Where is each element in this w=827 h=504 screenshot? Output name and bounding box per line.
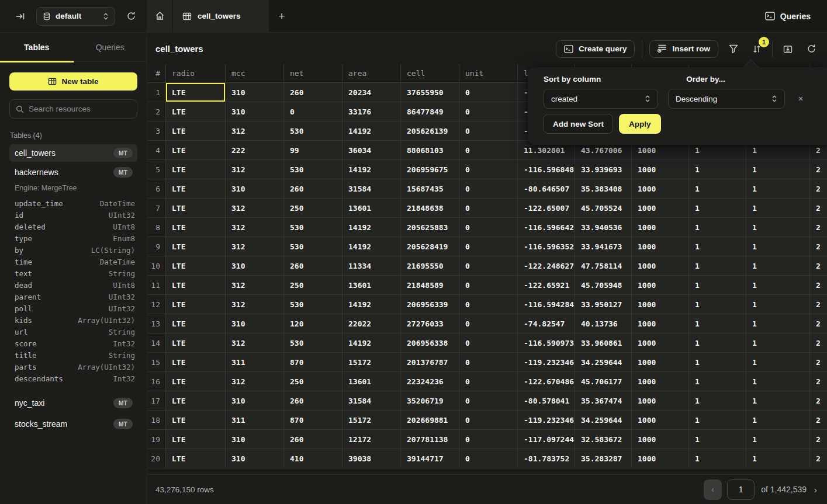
cell[interactable]: LTE	[166, 141, 226, 160]
cell[interactable]: 88068103	[401, 141, 459, 160]
cell[interactable]: -122.670486	[518, 372, 575, 391]
new-tab-button[interactable]: +	[269, 0, 295, 32]
cell[interactable]: LTE	[166, 102, 226, 121]
cell[interactable]: LTE	[166, 179, 226, 199]
cell[interactable]: 310	[226, 391, 284, 411]
cell[interactable]: 15687435	[401, 179, 459, 199]
cell[interactable]: -74.82547	[518, 314, 575, 333]
cell[interactable]: 1	[746, 314, 810, 333]
cell[interactable]: 2	[810, 353, 827, 372]
cell[interactable]: 201376787	[401, 353, 459, 372]
cell[interactable]: 35206719	[401, 391, 459, 411]
cell[interactable]: 33.950127	[575, 295, 632, 314]
cell[interactable]: 0	[459, 141, 518, 160]
cell[interactable]: 310	[226, 179, 284, 199]
remove-sort-icon[interactable]: ×	[798, 94, 803, 103]
cell[interactable]: 2	[810, 449, 827, 468]
sort-column-select[interactable]: created	[544, 89, 658, 109]
column-header[interactable]: mcc	[226, 64, 284, 83]
cell[interactable]: -122.65921	[518, 276, 575, 295]
cell[interactable]: 14192	[342, 121, 401, 141]
refresh-connection-icon[interactable]	[123, 9, 139, 24]
cell[interactable]: 1	[746, 353, 810, 372]
cell[interactable]: 310	[226, 102, 284, 121]
column-header[interactable]: area	[342, 64, 401, 83]
sidebar-table-item-hackernews[interactable]: hackernewsMT	[9, 164, 137, 181]
cell[interactable]: 870	[284, 411, 342, 430]
cell[interactable]: 0	[459, 179, 518, 199]
cell[interactable]: 1000	[632, 199, 689, 218]
cell[interactable]: LTE	[166, 218, 226, 237]
cell[interactable]: 1	[746, 256, 810, 276]
cell[interactable]: 35.383408	[575, 179, 632, 199]
cell[interactable]: 2	[810, 372, 827, 391]
cell[interactable]: 0	[459, 391, 518, 411]
cell[interactable]: -116.596642	[518, 218, 575, 237]
cell[interactable]: LTE	[166, 160, 226, 179]
cell[interactable]: 0	[459, 411, 518, 430]
cell[interactable]: 2	[810, 199, 827, 218]
cell[interactable]: 13601	[342, 276, 401, 295]
cell[interactable]: 15172	[342, 411, 401, 430]
cell[interactable]: 312	[226, 276, 284, 295]
cell[interactable]: 205628419	[401, 237, 459, 256]
queries-button[interactable]: Queries	[765, 12, 811, 21]
cell[interactable]: 1	[689, 353, 746, 372]
cell[interactable]: 2	[810, 333, 827, 353]
cell[interactable]: 1	[689, 256, 746, 276]
next-page-button[interactable]: ›	[813, 485, 818, 495]
previous-page-button[interactable]: ‹	[704, 479, 722, 500]
cell[interactable]: 1000	[632, 256, 689, 276]
cell[interactable]: 11334	[342, 256, 401, 276]
cell[interactable]: -80.646507	[518, 179, 575, 199]
cell[interactable]: -119.232346	[518, 411, 575, 430]
cell[interactable]: 2	[810, 276, 827, 295]
cell[interactable]: -116.594284	[518, 295, 575, 314]
cell[interactable]: 14192	[342, 160, 401, 179]
cell[interactable]: 2	[810, 218, 827, 237]
cell[interactable]: 12172	[342, 430, 401, 449]
cell[interactable]: 14192	[342, 237, 401, 256]
cell[interactable]: 33.939693	[575, 160, 632, 179]
cell[interactable]: 312	[226, 199, 284, 218]
cell[interactable]: 1000	[632, 411, 689, 430]
cell[interactable]: 1000	[632, 218, 689, 237]
cell[interactable]: 530	[284, 333, 342, 353]
cell[interactable]: 0	[459, 218, 518, 237]
cell[interactable]: 0	[459, 314, 518, 333]
cell[interactable]: 1	[746, 179, 810, 199]
cell[interactable]: 311	[226, 411, 284, 430]
column-header[interactable]: net	[284, 64, 342, 83]
cell[interactable]: 0	[459, 256, 518, 276]
column-header[interactable]: radio	[166, 64, 226, 83]
cell[interactable]: -117.097244	[518, 430, 575, 449]
cell[interactable]: 1	[746, 449, 810, 468]
cell[interactable]: 0	[284, 102, 342, 121]
cell[interactable]: 0	[459, 430, 518, 449]
cell[interactable]: 0	[459, 276, 518, 295]
cell[interactable]: -81.783752	[518, 449, 575, 468]
cell[interactable]: 33176	[342, 102, 401, 121]
cell[interactable]: 530	[284, 121, 342, 141]
cell[interactable]: 1	[689, 430, 746, 449]
cell[interactable]: 1000	[632, 333, 689, 353]
cell[interactable]: 312	[226, 333, 284, 353]
cell[interactable]: 0	[459, 160, 518, 179]
cell[interactable]: 1	[746, 237, 810, 256]
cell[interactable]: 2	[810, 411, 827, 430]
cell[interactable]: -80.578041	[518, 391, 575, 411]
cell[interactable]: 205626139	[401, 121, 459, 141]
cell[interactable]: 34.259644	[575, 411, 632, 430]
cell[interactable]: 202669881	[401, 411, 459, 430]
cell[interactable]: 13601	[342, 199, 401, 218]
cell[interactable]: 1	[689, 314, 746, 333]
cell[interactable]: LTE	[166, 391, 226, 411]
cell[interactable]: 1000	[632, 372, 689, 391]
cell[interactable]: -122.65007	[518, 199, 575, 218]
cell[interactable]: 1000	[632, 160, 689, 179]
cell[interactable]: 1000	[632, 430, 689, 449]
cell[interactable]: 310	[226, 83, 284, 102]
cell[interactable]: 1	[689, 237, 746, 256]
cell[interactable]: 250	[284, 199, 342, 218]
sort-order-select[interactable]: Descending	[668, 89, 785, 109]
